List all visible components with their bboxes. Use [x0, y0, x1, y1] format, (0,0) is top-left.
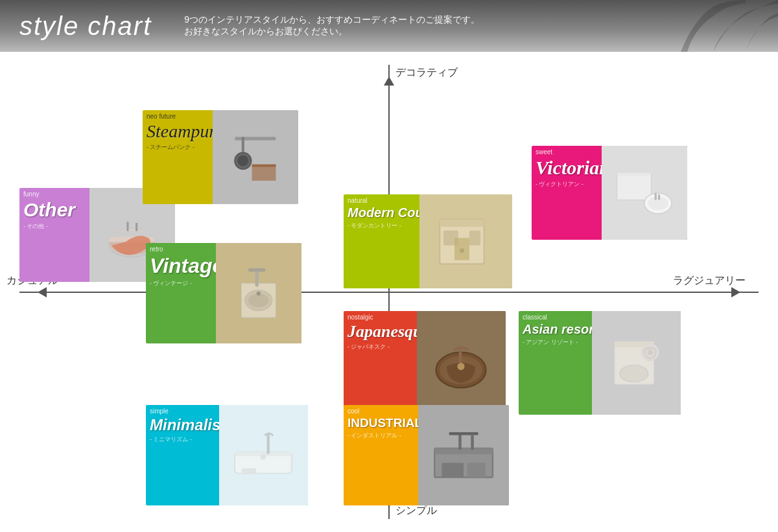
svg-rect-15 [658, 194, 660, 200]
svg-rect-9 [252, 167, 276, 180]
svg-rect-44 [442, 463, 464, 477]
svg-rect-8 [252, 164, 276, 167]
card-modern-country[interactable]: natural Modern Country - モダンカントリー - [344, 194, 512, 288]
svg-rect-23 [440, 219, 484, 226]
plant-decoration [584, 0, 778, 52]
svg-point-13 [648, 196, 668, 210]
arrow-up-icon [384, 76, 394, 86]
svg-rect-19 [255, 270, 259, 286]
svg-rect-27 [469, 230, 480, 245]
page-title: style chart [19, 12, 152, 41]
axis-label-bottom: シンプル [395, 504, 437, 518]
svg-rect-46 [458, 434, 461, 450]
card-japanesque[interactable]: nostalgic Japanesque - ジャパネスク - [344, 311, 506, 415]
svg-rect-26 [443, 230, 458, 245]
svg-rect-43 [434, 448, 493, 454]
arrow-right-icon [731, 287, 740, 297]
header-description: 9つのインテリアスタイルから、おすすめコーディネートのご提案です。 お好きなスタ… [184, 14, 480, 38]
svg-rect-47 [471, 435, 473, 449]
chart-area: デコラティブ シンプル カジュアル ラグジュアリー funny Other - … [0, 52, 778, 532]
card-asian-resort[interactable]: classical Asian resort - アジアン リゾート - [519, 311, 681, 415]
svg-point-41 [261, 454, 266, 459]
card-minimalism-image [219, 405, 309, 505]
header-desc-line2: お好きなスタイルからお選びください。 [184, 26, 480, 38]
card-vintage[interactable]: retro Vintage - ヴィンテージ - [146, 243, 301, 343]
header: style chart 9つのインテリアスタイルから、おすすめコーディネートのご… [0, 0, 778, 52]
svg-point-33 [620, 365, 648, 382]
arrow-left-icon [38, 287, 47, 297]
svg-rect-31 [459, 349, 462, 363]
svg-point-21 [257, 291, 261, 295]
svg-point-36 [648, 349, 654, 355]
svg-rect-39 [267, 434, 270, 454]
svg-rect-4 [235, 137, 276, 140]
svg-point-7 [238, 155, 249, 166]
svg-point-18 [248, 294, 269, 307]
svg-rect-48 [449, 432, 478, 435]
card-steampunk[interactable]: neo future Steampunk - スチームパンク - [143, 110, 298, 204]
axis-label-top: デコラティブ [395, 66, 458, 80]
header-desc-line1: 9つのインテリアスタイルから、おすすめコーディネートのご提案です。 [184, 14, 480, 26]
svg-point-30 [458, 363, 465, 370]
card-victorian-image [602, 146, 687, 240]
svg-rect-40 [242, 468, 256, 474]
svg-rect-14 [655, 193, 657, 200]
card-modern-country-image [419, 194, 512, 288]
card-asian-resort-image [592, 311, 681, 415]
axis-label-right: ラグジュアリー [673, 274, 746, 288]
card-industrial-image [418, 405, 509, 505]
card-industrial[interactable]: cool INDUSTRIAL - インダストリアル - [344, 405, 509, 505]
card-steampunk-image [213, 110, 298, 204]
card-victorian[interactable]: sweet Victorian - ヴィクトリアン - [532, 146, 687, 240]
svg-point-25 [460, 248, 464, 253]
svg-rect-11 [617, 172, 652, 176]
card-japanesque-image [417, 311, 506, 415]
card-vintage-image [216, 243, 301, 343]
svg-rect-20 [248, 268, 265, 271]
svg-rect-10 [617, 172, 652, 200]
svg-rect-45 [467, 463, 485, 477]
card-minimalism[interactable]: simple Minimalism - ミニマリズム - [146, 405, 308, 505]
